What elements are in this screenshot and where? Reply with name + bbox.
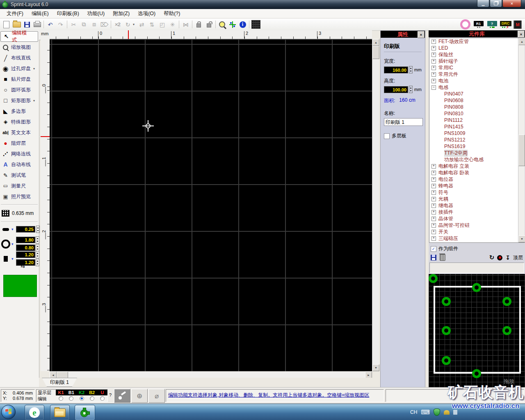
menu-item[interactable]: 功能(U) — [83, 9, 109, 18]
width-spinner[interactable] — [409, 66, 413, 73]
scroll-down-button[interactable]: ▼ — [372, 364, 379, 371]
info-button[interactable]: i — [237, 20, 248, 29]
save-component-icon[interactable] — [431, 255, 436, 260]
tool-item[interactable]: ◈ 特殊图形 — [0, 116, 39, 127]
expand-icon[interactable] — [431, 203, 436, 208]
pad-size-dropdown[interactable]: ▾ — [11, 242, 15, 246]
tool-dropdown-icon[interactable]: ▾ — [33, 67, 37, 71]
layer-radio[interactable] — [97, 396, 107, 401]
record-icon[interactable] — [497, 255, 502, 260]
expand-icon[interactable] — [431, 52, 436, 57]
rotate-dropdown[interactable]: ▾ — [133, 23, 137, 26]
expand-icon[interactable] — [431, 210, 436, 215]
smd-size-dropdown[interactable]: ▾ — [11, 257, 15, 261]
expand-icon[interactable] — [431, 190, 436, 195]
tray-app-icon[interactable] — [444, 410, 450, 415]
menu-item[interactable]: 附加(Z) — [109, 9, 134, 18]
mirror-vertical-button[interactable]: ⇅ — [147, 20, 157, 29]
layer-label[interactable]: B1 — [66, 390, 76, 395]
new-file-button[interactable] — [1, 20, 11, 29]
tool-item[interactable]: ■ 贴片焊盘 — [0, 74, 39, 84]
tree-item[interactable]: PIN1112 — [429, 117, 524, 123]
snap-button[interactable]: ✳ — [167, 20, 178, 29]
menu-item[interactable]: 编辑(E) — [27, 9, 53, 18]
multilayer-checkbox[interactable] — [384, 133, 390, 139]
tree-item[interactable]: 光耦 — [429, 196, 524, 202]
tree-item[interactable]: 晶体管 — [429, 215, 524, 222]
smd-height-field[interactable]: 1.20 — [16, 259, 35, 266]
trace-mode-button[interactable] — [114, 389, 130, 403]
library-close-button[interactable]: × — [518, 31, 525, 38]
board-color-swatch[interactable] — [3, 275, 37, 297]
lock-button[interactable] — [194, 20, 204, 29]
smd-width-field[interactable]: 1.20 — [16, 251, 35, 258]
swap-values-button[interactable]: ⇆ — [21, 263, 25, 269]
solder-mask-view-button[interactable] — [460, 20, 470, 29]
minimize-button[interactable]: ▁ — [477, 0, 489, 7]
expand-icon[interactable] — [431, 85, 436, 90]
security-shield-icon[interactable] — [434, 409, 440, 416]
drc-button[interactable]: DRC ✗ — [500, 21, 511, 28]
expand-icon[interactable] — [431, 39, 436, 44]
smd-height-spinner[interactable] — [36, 259, 39, 266]
expand-icon[interactable] — [431, 66, 436, 70]
tool-item[interactable]: ◣ 多边形 — [0, 106, 39, 116]
input-language-indicator[interactable]: CH — [410, 409, 417, 415]
expand-icon[interactable] — [431, 217, 436, 221]
pad-drill-field[interactable]: 0.80 — [16, 244, 35, 251]
scroll-up-button[interactable]: ▲ — [372, 39, 379, 46]
tree-item[interactable]: 常用IC — [429, 64, 524, 71]
properties-close-button[interactable]: × — [418, 31, 425, 38]
cut-button[interactable]: ✂ — [68, 20, 79, 29]
as-component-checkbox[interactable]: ✓ — [431, 246, 436, 252]
tree-item[interactable]: PIN0608 — [429, 97, 524, 104]
width-field[interactable]: 160.00 — [384, 66, 408, 73]
expand-icon[interactable] — [431, 46, 436, 50]
tree-item[interactable]: 电感 — [429, 84, 524, 91]
tree-item[interactable]: 符号 — [429, 189, 524, 196]
save-button[interactable] — [22, 20, 32, 29]
snap-target-button[interactable]: ⊕ — [131, 389, 148, 403]
pad-drill-spinner[interactable] — [36, 244, 39, 251]
expand-icon[interactable] — [431, 72, 436, 77]
tree-item[interactable]: PNS1009 — [429, 130, 524, 137]
layer-radio[interactable] — [87, 396, 97, 401]
tree-item[interactable]: 常用元件 — [429, 71, 524, 78]
print-button[interactable] — [32, 20, 42, 29]
tree-item[interactable]: PIN0810 — [429, 110, 524, 117]
footprint-grid-button[interactable] — [251, 20, 261, 29]
track-width-spinner[interactable] — [36, 226, 40, 233]
copy-button[interactable]: ⧉ — [79, 20, 89, 29]
layer-label[interactable]: K1 — [56, 390, 66, 395]
track-width-dropdown[interactable]: ▾ — [11, 227, 15, 231]
connect-button[interactable]: ⋈ — [180, 20, 191, 29]
layer-radio[interactable] — [56, 396, 66, 401]
close-button[interactable]: ✕ — [502, 0, 521, 7]
board-tab[interactable]: 印刷版 1 — [42, 378, 77, 387]
pad-outer-field[interactable]: 1.80 — [16, 237, 35, 243]
layer-radio[interactable] — [66, 396, 76, 401]
tool-item[interactable]: ✎ 测试笔 — [0, 170, 39, 180]
lasso-select-button[interactable]: ⌀ — [148, 389, 165, 403]
tree-item[interactable]: 电解电容 立装 — [429, 163, 524, 169]
menu-item[interactable]: 印刷板(B) — [53, 9, 83, 18]
tree-item[interactable]: PIN0808 — [429, 104, 524, 110]
tree-item[interactable]: LED — [429, 45, 524, 51]
tree-scrollbar[interactable]: ▲ ▼ — [518, 38, 525, 242]
expand-icon[interactable] — [431, 230, 436, 234]
tree-item[interactable]: 保险丝 — [429, 51, 524, 58]
menu-item[interactable]: 帮助(?) — [160, 9, 184, 18]
tree-item[interactable]: PNS1212 — [429, 137, 524, 143]
tree-item[interactable]: 接插件 — [429, 209, 524, 215]
height-field[interactable]: 100.00 — [384, 86, 408, 93]
tool-item[interactable]: ab| 英文文本 — [0, 127, 39, 138]
delete-button[interactable]: ⌦ — [99, 20, 110, 29]
zoom-button[interactable] — [217, 20, 227, 29]
layer-help-mark[interactable]: ? — [109, 393, 112, 397]
scale-x2-button[interactable]: ×2 — [112, 20, 123, 29]
expand-icon[interactable] — [431, 184, 436, 188]
origin-button[interactable] — [227, 20, 237, 29]
rotate-component-icon[interactable]: ↻ — [489, 254, 495, 261]
tree-item[interactable]: TTF-2中周 — [429, 150, 524, 156]
flip-board-button[interactable]: ◰ — [157, 20, 167, 29]
